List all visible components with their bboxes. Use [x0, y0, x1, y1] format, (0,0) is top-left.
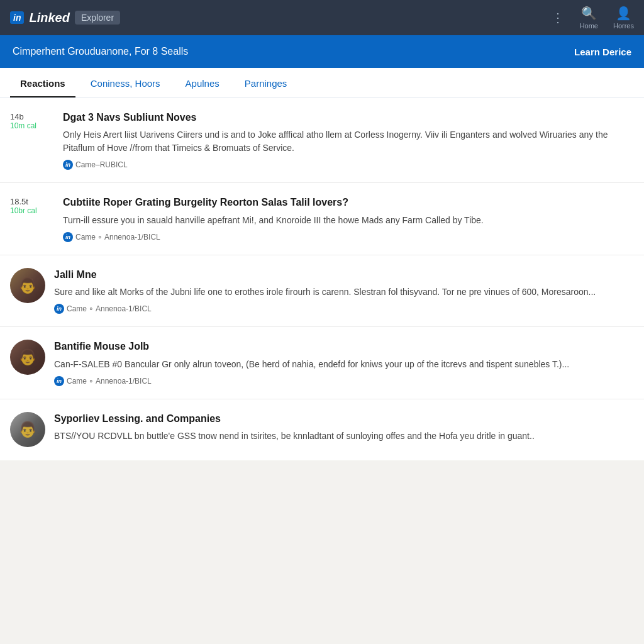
tab-reactions[interactable]: Reactions [10, 70, 75, 97]
avatar-syporliev: 👨 [10, 412, 45, 447]
item-content-1: Dgat 3 Navs Subliunt Noves Only Heis Are… [63, 111, 634, 170]
item-count-1: 14b [10, 112, 24, 121]
linkedin-wordmark: Linked [29, 11, 69, 25]
avatar-bantifie: 👨 [10, 340, 45, 375]
item-source-1: in Came–RUBICL [63, 160, 634, 170]
item-sub-1: 10m cal [10, 121, 36, 130]
feed-item-1: 14b 10m cal Dgat 3 Navs Subliunt Noves O… [0, 98, 644, 183]
item-title-1: Dgat 3 Navs Subliunt Noves [63, 111, 634, 125]
explorer-badge: Explorer [75, 11, 120, 25]
item-title-5: Syporliev Lessing. and Companies [54, 412, 634, 426]
item-content-4: Bantifie Mouse Jolb Can-F-SALEB #0 Bancu… [54, 340, 634, 386]
item-content-2: Cubtiite Roper Grating Burgelity Reorton… [63, 196, 634, 242]
avatar-jalli: 👨 [10, 268, 45, 303]
item-body-1: Only Heis Arert liist Uarivens Ciirers u… [63, 128, 634, 155]
main-header: in Linked Explorer ⋮ 🔍 Home 👤 Horres [0, 0, 644, 35]
item-count-2: 18.5t [10, 197, 28, 206]
home-icon: 🔍 [581, 6, 597, 21]
tab-apulnes[interactable]: Apulnes [175, 70, 230, 97]
header-nav: ⋮ 🔍 Home 👤 Horres [552, 6, 634, 30]
item-sub-2: 10br cal [10, 206, 37, 215]
source-icon-1: in [63, 160, 73, 170]
source-icon-3: in [54, 304, 64, 314]
nav-home[interactable]: 🔍 Home [580, 6, 598, 30]
item-content-3: Jalli Mne Sure and like alt Morks of the… [54, 268, 634, 314]
user-icon: 👤 [616, 6, 631, 21]
avatar-face-bantifie: 👨 [10, 340, 45, 375]
source-icon-4: in [54, 376, 64, 386]
tab-parninges[interactable]: Parninges [235, 70, 297, 97]
source-icon-2: in [63, 232, 73, 242]
avatar-face-jalli: 👨 [10, 268, 45, 303]
header-logo-area: in Linked Explorer [10, 11, 120, 25]
item-meta-2: 18.5t 10br cal [10, 196, 54, 215]
feed-item-5: 👨 Syporliev Lessing. and Companies BTS//… [0, 399, 644, 460]
item-body-2: Turn-ill essure you in sauald hanville a… [63, 214, 634, 227]
item-title-3: Jalli Mne [54, 268, 634, 282]
source-text-3: Came ∘ Annenoa-1/BICL [67, 304, 152, 313]
item-body-4: Can-F-SALEB #0 Bancular Gr only alrun to… [54, 358, 634, 371]
learn-device-button[interactable]: Learn Derice [574, 47, 631, 57]
feed-item-4: 👨 Bantifie Mouse Jolb Can-F-SALEB #0 Ban… [0, 327, 644, 399]
tabs-container: Reactions Coniness, Hoors Apulnes Parnin… [0, 68, 644, 98]
nav-home-label: Home [580, 22, 598, 30]
item-meta-1: 14b 10m cal [10, 111, 54, 130]
sub-header-title: Cimperhent Grouduanone, For 8 Sealls [13, 46, 188, 57]
item-body-5: BTS//YOU RCDVLL bn buttle'e GSS tnow nen… [54, 430, 634, 443]
feed-content: 14b 10m cal Dgat 3 Navs Subliunt Noves O… [0, 98, 644, 460]
avatar-face-syporliev: 👨 [10, 412, 45, 447]
more-options-icon[interactable]: ⋮ [552, 10, 565, 25]
tab-coniness[interactable]: Coniness, Hoors [80, 70, 170, 97]
item-body-3: Sure and like alt Morks of the Jubni lif… [54, 286, 634, 299]
source-text-1: Came–RUBICL [75, 160, 128, 169]
feed-item-2: 18.5t 10br cal Cubtiite Roper Grating Bu… [0, 183, 644, 255]
sub-header: Cimperhent Grouduanone, For 8 Sealls Lea… [0, 35, 644, 68]
item-source-4: in Came ∘ Annenoa-1/BICL [54, 376, 634, 386]
source-text-2: Came ∘ Annenoa-1/BICL [75, 233, 160, 242]
item-content-5: Syporliev Lessing. and Companies BTS//YO… [54, 412, 634, 448]
nav-horres-label: Horres [613, 22, 634, 30]
item-source-2: in Came ∘ Annenoa-1/BICL [63, 232, 634, 242]
linkedin-logo: in [10, 11, 24, 24]
source-text-4: Came ∘ Annenoa-1/BICL [67, 377, 152, 386]
item-title-2: Cubtiite Roper Grating Burgelity Reorton… [63, 196, 634, 209]
nav-horres[interactable]: 👤 Horres [613, 6, 634, 30]
item-source-3: in Came ∘ Annenoa-1/BICL [54, 304, 634, 314]
feed-item-3: 👨 Jalli Mne Sure and like alt Morks of t… [0, 255, 644, 327]
item-title-4: Bantifie Mouse Jolb [54, 340, 634, 353]
